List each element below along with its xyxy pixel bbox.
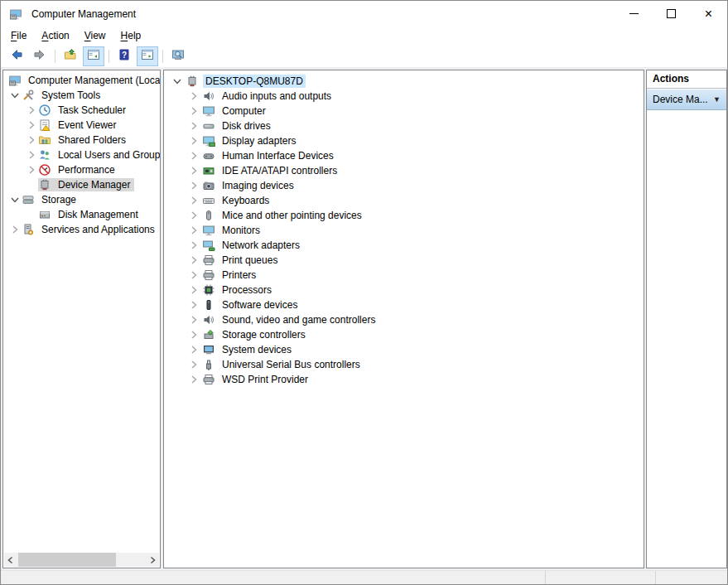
chevron-collapsed-icon[interactable]: [25, 163, 38, 176]
tree-item[interactable]: Storage controllers: [164, 327, 644, 342]
chevron-collapsed-icon[interactable]: [25, 104, 38, 117]
tree-item-label: Performance: [55, 163, 118, 176]
tree-item-label: Keyboards: [219, 194, 272, 207]
maximize-button[interactable]: [653, 1, 690, 27]
tree-item[interactable]: WSD Print Provider: [164, 372, 644, 387]
tree-item-label: Storage controllers: [219, 328, 308, 341]
chevron-collapsed-icon[interactable]: [186, 119, 202, 133]
chevron-collapsed-icon[interactable]: [25, 118, 38, 132]
console-window-icon: [171, 48, 185, 64]
show-action-pane-button[interactable]: [137, 46, 158, 66]
close-button[interactable]: ×: [690, 1, 727, 27]
chevron-collapsed-icon[interactable]: [186, 164, 202, 177]
chevron-collapsed-icon[interactable]: [186, 194, 202, 207]
show-console-tree-button[interactable]: [83, 46, 104, 66]
tree-item[interactable]: System devices: [164, 342, 644, 357]
window-title: Computer Management: [31, 8, 136, 20]
menu-action[interactable]: Action: [34, 27, 76, 44]
tree-item[interactable]: Performance: [3, 162, 160, 177]
tree-item[interactable]: Network adapters: [164, 238, 644, 253]
tree-item[interactable]: Printers: [164, 268, 644, 283]
console-window-button[interactable]: [167, 46, 189, 66]
chevron-collapsed-icon[interactable]: [186, 239, 202, 252]
chevron-collapsed-icon[interactable]: [186, 89, 202, 103]
chevron-collapsed-icon[interactable]: [186, 149, 202, 162]
chevron-collapsed-icon[interactable]: [186, 283, 202, 297]
chevron-collapsed-icon[interactable]: [186, 134, 202, 147]
scroll-right-icon[interactable]: [146, 553, 159, 567]
tree-item[interactable]: Event Viewer: [3, 118, 160, 133]
chevron-expanded-icon[interactable]: [8, 193, 22, 206]
tree-item[interactable]: Audio inputs and outputs: [164, 89, 644, 104]
chevron-collapsed-icon[interactable]: [186, 343, 202, 356]
up-one-level-button[interactable]: [60, 46, 81, 66]
tree-item[interactable]: IDE ATA/ATAPI controllers: [164, 163, 644, 178]
tree-item[interactable]: Monitors: [164, 223, 644, 238]
help-button[interactable]: ?: [113, 46, 135, 66]
status-bar-separator: [545, 571, 546, 585]
tree-item-body: Event Viewer: [38, 118, 120, 132]
forward-button[interactable]: [29, 46, 51, 66]
tree-item[interactable]: Device Manager: [3, 177, 160, 192]
tree-item[interactable]: Keyboards: [164, 193, 644, 208]
scrollbar-track[interactable]: [17, 553, 146, 567]
chevron-collapsed-icon[interactable]: [186, 268, 202, 282]
tree-item[interactable]: Print queues: [164, 253, 644, 268]
selected-tree-item: Device Manager: [38, 178, 134, 191]
chevron-collapsed-icon[interactable]: [186, 313, 202, 326]
tree-item[interactable]: System Tools: [3, 88, 160, 103]
back-button[interactable]: [6, 46, 27, 66]
tree-item[interactable]: Shared Folders: [3, 133, 160, 147]
chevron-collapsed-icon[interactable]: [186, 224, 202, 237]
menu-view[interactable]: View: [77, 27, 113, 44]
chevron-expanded-icon[interactable]: [8, 89, 22, 102]
device-manager-actions-group[interactable]: Device Ma... ▼: [647, 89, 726, 110]
chevron-collapsed-icon[interactable]: [186, 358, 202, 371]
display-adapter-icon: [202, 134, 215, 147]
chevron-collapsed-icon[interactable]: [25, 133, 38, 147]
toolbar-separator: [55, 50, 55, 63]
disk-management-icon: [38, 208, 51, 221]
chevron-expanded-icon[interactable]: [169, 75, 186, 88]
chevron-collapsed-icon[interactable]: [186, 373, 202, 386]
chevron-collapsed-icon[interactable]: [186, 328, 202, 341]
tree-item[interactable]: Imaging devices: [164, 178, 644, 193]
scroll-left-icon[interactable]: [4, 553, 17, 567]
tree-item-label: Audio inputs and outputs: [219, 89, 334, 103]
tree-item[interactable]: Universal Serial Bus controllers: [164, 357, 644, 372]
menu-file[interactable]: File: [3, 27, 34, 44]
minimize-button[interactable]: [615, 1, 653, 27]
tree-item[interactable]: Sound, video and game controllers: [164, 312, 644, 327]
tree-item[interactable]: Processors: [164, 283, 644, 297]
scrollbar-thumb[interactable]: [18, 553, 116, 567]
chevron-collapsed-icon[interactable]: [186, 298, 202, 312]
chevron-collapsed-icon[interactable]: [186, 179, 202, 192]
computer-management-icon: [9, 7, 24, 21]
tree-item[interactable]: Task Scheduler: [3, 103, 160, 118]
chevron-collapsed-icon[interactable]: [8, 223, 22, 236]
tree-item[interactable]: Mice and other pointing devices: [164, 208, 644, 223]
tree-item[interactable]: Computer: [164, 104, 644, 118]
tree-item[interactable]: Storage: [3, 192, 160, 207]
task-scheduler-icon: [38, 104, 51, 117]
chevron-collapsed-icon[interactable]: [25, 148, 38, 162]
chevron-collapsed-icon[interactable]: [186, 209, 202, 222]
menu-help[interactable]: Help: [113, 27, 149, 44]
tree-item[interactable]: Services and Applications: [3, 222, 160, 237]
tree-item[interactable]: DESKTOP-Q8MU87D: [164, 74, 644, 89]
tree-item-label: Task Scheduler: [55, 104, 128, 117]
tree-item[interactable]: Disk Management: [3, 207, 160, 222]
tree-item[interactable]: Human Interface Devices: [164, 148, 644, 163]
tree-item[interactable]: Display adapters: [164, 133, 644, 148]
tree-item[interactable]: Disk drives: [164, 118, 644, 133]
tree-item-label: Software devices: [219, 298, 300, 312]
dropdown-arrow-icon[interactable]: ▼: [713, 95, 721, 104]
chevron-collapsed-icon[interactable]: [186, 254, 202, 267]
tree-item[interactable]: Software devices: [164, 297, 644, 312]
tree-item[interactable]: Computer Management (Local: [3, 73, 160, 88]
horizontal-scrollbar[interactable]: [4, 553, 159, 567]
tree-item[interactable]: Local Users and Groups: [3, 147, 160, 162]
tree-item-label: Storage: [39, 193, 79, 206]
chevron-collapsed-icon[interactable]: [186, 104, 202, 118]
tree-item-label: Shared Folders: [55, 133, 128, 147]
